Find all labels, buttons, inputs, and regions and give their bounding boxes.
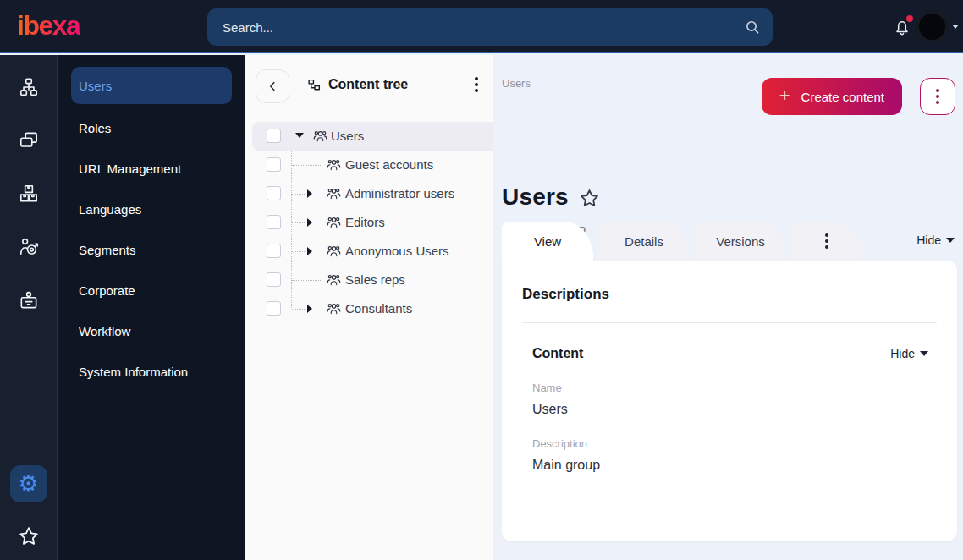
menu-item-segments[interactable]: Segments	[58, 229, 245, 270]
products-icon[interactable]	[18, 183, 40, 205]
menu-item-languages[interactable]: Languages	[58, 189, 245, 229]
tree-checkbox[interactable]	[267, 186, 281, 200]
favorite-star-icon[interactable]	[578, 187, 601, 210]
search-icon[interactable]	[744, 19, 761, 36]
rail-bottom-section: ⚙	[0, 458, 57, 560]
bookmarks-star-icon[interactable]	[17, 524, 41, 548]
create-content-button[interactable]: + Create content	[762, 78, 902, 115]
tab-view[interactable]: View	[502, 222, 593, 261]
kebab-icon	[825, 233, 828, 249]
topbar: ibexa	[0, 0, 963, 53]
breadcrumb[interactable]: Users	[502, 77, 531, 90]
tree-options-kebab-icon[interactable]	[475, 77, 478, 92]
rail-divider	[9, 458, 48, 458]
tree-item-label[interactable]: Administrator users	[345, 186, 454, 200]
caret-expanded-icon[interactable]	[295, 133, 304, 138]
tree-checkbox[interactable]	[267, 301, 281, 316]
content-tree-label: Content tree	[328, 77, 408, 92]
tree-checkbox[interactable]	[267, 157, 281, 172]
descriptions-section-title: Descriptions	[522, 286, 937, 303]
tree-item-label[interactable]: Sales reps	[345, 272, 405, 287]
menu-item-users[interactable]: Users	[71, 67, 232, 104]
tab-more-kebab[interactable]	[791, 222, 862, 261]
field-list: NameUsersDescriptionMain group	[532, 382, 937, 473]
ibexa-logo[interactable]: ibexa	[17, 10, 80, 41]
main-content: Users + Create content Users User group	[493, 55, 963, 560]
tree-item-label[interactable]: Editors	[345, 215, 385, 229]
user-group-icon	[327, 244, 341, 259]
tree-item-label[interactable]: Guest accounts	[345, 157, 433, 172]
tree-item-consultants[interactable]: Consultants	[245, 294, 493, 323]
content-tree-title: Content tree	[307, 77, 408, 92]
menu-item-roles[interactable]: Roles	[58, 107, 245, 148]
tree-checkbox[interactable]	[267, 215, 281, 229]
section-divider	[522, 322, 937, 323]
chevron-left-icon	[265, 79, 280, 94]
tab-versions[interactable]: Versions	[695, 222, 786, 261]
field-value: Users	[532, 402, 937, 417]
menu-item-corporate[interactable]: Corporate	[58, 270, 245, 310]
kebab-icon	[936, 89, 939, 104]
title-row: Users	[502, 184, 601, 211]
content-group-title: Content	[532, 346, 583, 361]
sidebar-icon-rail: ⚙	[0, 55, 58, 560]
hide-content-toggle[interactable]: Hide	[890, 347, 928, 360]
tree-item-administrator-users[interactable]: Administrator users	[245, 179, 493, 208]
user-avatar[interactable]	[916, 11, 948, 42]
tree-item-sales-reps[interactable]: Sales reps	[245, 266, 493, 294]
menu-item-system-information[interactable]: System Information	[58, 351, 245, 392]
page-title: Users	[502, 184, 569, 211]
plus-icon: +	[779, 86, 790, 105]
field-label: Description	[532, 437, 937, 450]
corporate-badge-icon[interactable]	[18, 289, 40, 311]
menu-item-workflow[interactable]: Workflow	[58, 310, 245, 351]
create-content-label: Create content	[801, 90, 884, 104]
tree-item-label[interactable]: Users	[331, 129, 364, 143]
collapse-tree-button[interactable]	[256, 69, 289, 103]
tab-details[interactable]: Details	[598, 222, 690, 261]
more-actions-button[interactable]	[920, 78, 955, 115]
hide-label: Hide	[890, 347, 915, 360]
tree-item-anonymous-users[interactable]: Anonymous Users	[245, 237, 493, 266]
user-group-icon	[327, 158, 341, 173]
content-structure-icon[interactable]	[18, 76, 40, 98]
field-name: NameUsers	[532, 382, 937, 417]
field-label: Name	[532, 382, 937, 394]
tree-item-label[interactable]: Consultants	[345, 301, 412, 316]
hide-label: Hide	[916, 233, 941, 247]
tree-checkbox[interactable]	[267, 244, 281, 258]
tab-strip: ViewDetailsVersions	[502, 222, 862, 261]
tree-item-guest-accounts[interactable]: Guest accounts	[245, 151, 493, 179]
hide-all-toggle[interactable]: Hide	[916, 233, 955, 247]
tree-item-users[interactable]: Users	[252, 122, 493, 151]
content-tree-list: UsersGuest accountsAdministrator usersEd…	[245, 122, 493, 323]
menu-item-url-management[interactable]: URL Management	[58, 148, 245, 189]
tree-checkbox[interactable]	[267, 129, 281, 143]
user-group-icon	[327, 216, 341, 230]
user-group-icon	[313, 129, 327, 144]
notifications-button[interactable]	[892, 17, 914, 39]
audience-target-icon[interactable]	[18, 236, 40, 258]
caret-down-icon	[946, 238, 955, 243]
user-group-icon	[327, 273, 341, 288]
caret-collapsed-icon[interactable]	[307, 218, 312, 227]
tree-connector	[292, 251, 305, 252]
pages-icon[interactable]	[18, 129, 40, 151]
field-description: DescriptionMain group	[532, 437, 937, 473]
main-menu: UsersRolesURL ManagementLanguagesSegment…	[58, 55, 245, 560]
tree-connector	[292, 222, 305, 223]
tree-item-label[interactable]: Anonymous Users	[345, 244, 449, 258]
settings-gear-icon[interactable]: ⚙	[10, 465, 47, 502]
tree-item-editors[interactable]: Editors	[245, 208, 493, 237]
header-actions: + Create content	[762, 78, 955, 115]
search-input[interactable]	[221, 19, 744, 36]
user-group-icon	[327, 187, 341, 201]
content-tree-panel: Content tree UsersGuest accountsAdminist…	[245, 55, 493, 560]
caret-collapsed-icon[interactable]	[307, 189, 312, 198]
user-menu-caret-icon[interactable]	[952, 25, 959, 29]
tree-checkbox[interactable]	[267, 272, 281, 287]
caret-collapsed-icon[interactable]	[307, 305, 312, 313]
caret-collapsed-icon[interactable]	[307, 247, 312, 255]
global-search	[207, 8, 773, 46]
tree-connector	[292, 280, 322, 281]
